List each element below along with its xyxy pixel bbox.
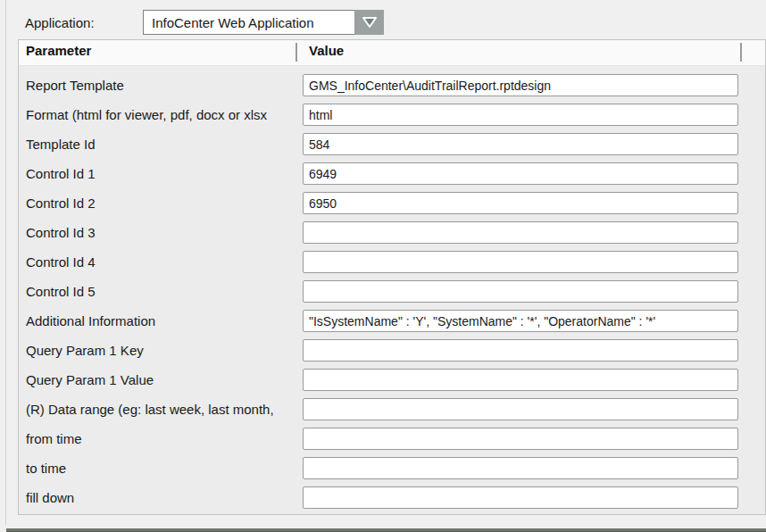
param-value-input[interactable] bbox=[303, 428, 738, 450]
application-label: Application: bbox=[25, 15, 143, 30]
table-row: Additional Information bbox=[19, 306, 765, 336]
table-row: Control Id 1 bbox=[19, 159, 765, 188]
param-label: Control Id 3 bbox=[19, 225, 303, 240]
param-value-input[interactable] bbox=[303, 339, 738, 362]
param-label: (R) Data range (eg: last week, last mont… bbox=[19, 402, 303, 417]
param-label: Query Param 1 Value bbox=[19, 372, 303, 387]
dropdown-arrow-icon bbox=[361, 15, 379, 29]
param-value-input[interactable] bbox=[303, 310, 738, 332]
table-row: from time bbox=[19, 424, 765, 453]
param-value-input[interactable] bbox=[303, 104, 738, 126]
application-dropdown[interactable]: InfoCenter Web Application bbox=[143, 10, 384, 35]
param-label: Query Param 1 Key bbox=[19, 343, 303, 358]
parameter-editor-window: Application: InfoCenter Web Application … bbox=[0, 0, 766, 532]
header-right-divider bbox=[740, 43, 742, 62]
param-value-input[interactable] bbox=[303, 192, 738, 214]
table-row: Report Template bbox=[19, 71, 765, 100]
param-value-input[interactable] bbox=[303, 280, 738, 303]
table-row: Control Id 3 bbox=[19, 218, 765, 247]
table-body: Report Template Format (html for viewer,… bbox=[19, 66, 765, 512]
column-header-value: Value bbox=[309, 43, 344, 58]
bottom-separator-bar bbox=[6, 528, 766, 532]
application-dropdown-value[interactable]: InfoCenter Web Application bbox=[143, 10, 354, 35]
param-value-input[interactable] bbox=[303, 74, 738, 96]
param-label: Template Id bbox=[19, 137, 303, 152]
param-value-input[interactable] bbox=[303, 162, 738, 185]
param-label: to time bbox=[19, 461, 303, 476]
column-header-parameter: Parameter bbox=[26, 43, 91, 58]
header-column-divider bbox=[296, 43, 297, 62]
param-label: from time bbox=[19, 431, 303, 446]
table-row: Format (html for viewer, pdf, docx or xl… bbox=[19, 100, 765, 129]
table-row: fill down bbox=[19, 483, 765, 512]
table-row: Query Param 1 Key bbox=[19, 336, 765, 365]
table-row: Control Id 5 bbox=[19, 277, 765, 306]
table-row: Template Id bbox=[19, 129, 765, 159]
param-value-input[interactable] bbox=[303, 251, 738, 273]
application-dropdown-button[interactable] bbox=[354, 10, 384, 35]
param-label: Control Id 1 bbox=[19, 166, 303, 181]
param-label: Report Template bbox=[19, 78, 303, 93]
param-value-input[interactable] bbox=[303, 486, 738, 509]
param-value-input[interactable] bbox=[303, 398, 738, 420]
param-label: Additional Information bbox=[19, 313, 303, 328]
param-value-input[interactable] bbox=[303, 133, 738, 155]
param-label: Control Id 4 bbox=[19, 254, 303, 270]
application-selector-bar: Application: InfoCenter Web Application bbox=[25, 10, 766, 35]
parameter-table: Parameter Value Report Template Format (… bbox=[18, 39, 766, 515]
param-label: fill down bbox=[19, 490, 303, 505]
param-value-input[interactable] bbox=[303, 369, 738, 391]
window-edge-line bbox=[5, 0, 6, 525]
table-row: (R) Data range (eg: last week, last mont… bbox=[19, 395, 765, 424]
param-value-input[interactable] bbox=[303, 221, 738, 244]
param-label: Format (html for viewer, pdf, docx or xl… bbox=[19, 107, 303, 122]
table-header: Parameter Value bbox=[19, 40, 765, 66]
table-row: Query Param 1 Value bbox=[19, 365, 765, 395]
param-label: Control Id 5 bbox=[19, 284, 303, 299]
table-row: Control Id 2 bbox=[19, 188, 765, 218]
param-value-input[interactable] bbox=[303, 457, 738, 479]
table-row: to time bbox=[19, 453, 765, 483]
table-row: Control Id 4 bbox=[19, 247, 765, 277]
param-label: Control Id 2 bbox=[19, 195, 303, 211]
